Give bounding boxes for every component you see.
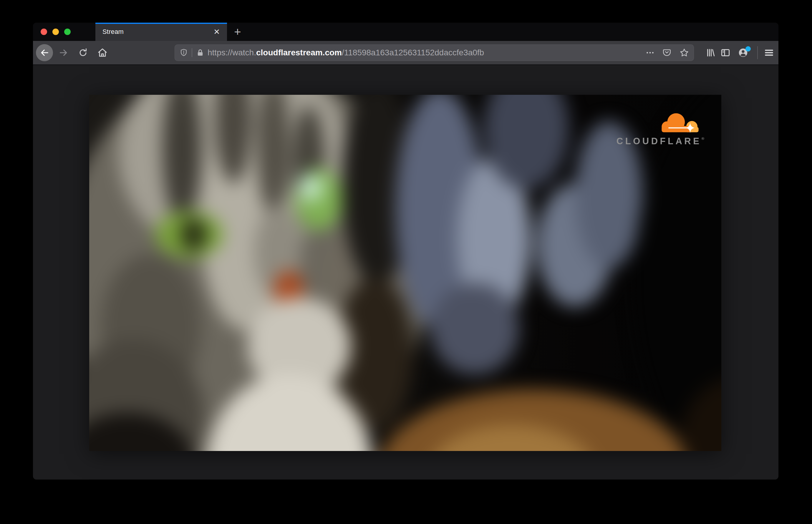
menu-icon	[764, 47, 774, 58]
video-blob	[299, 174, 323, 202]
lock-icon[interactable]	[196, 48, 205, 57]
zoom-window-icon[interactable]	[64, 29, 71, 35]
toolbar-right-icons	[705, 41, 774, 64]
url-prefix: https://watch.	[208, 48, 256, 57]
url-bar-actions	[646, 48, 694, 58]
home-button[interactable]	[94, 45, 111, 61]
tab-title: Stream	[102, 28, 212, 36]
account-button[interactable]	[735, 45, 751, 61]
url-text: https://watch.cloudflarestream.com/11859…	[208, 48, 646, 58]
close-window-icon[interactable]	[40, 29, 47, 35]
toolbar-separator	[757, 46, 758, 59]
url-bar-security	[175, 48, 205, 57]
video-blob	[180, 218, 207, 251]
trademark-symbol: ®	[701, 136, 704, 141]
minimize-window-icon[interactable]	[52, 29, 59, 35]
menu-button[interactable]	[764, 47, 774, 58]
page-content: CLOUDFLARE®	[33, 65, 778, 479]
browser-window: Stream ✕ +	[33, 23, 778, 479]
desktop-background: Stream ✕ +	[0, 0, 812, 524]
home-icon	[97, 47, 108, 58]
bookmark-star-icon[interactable]	[679, 48, 689, 58]
tracking-shield-icon[interactable]	[179, 48, 188, 57]
video-blur-layer	[89, 95, 721, 451]
sidebar-icon	[720, 47, 731, 58]
window-controls	[40, 29, 71, 35]
sidebar-button[interactable]	[720, 47, 731, 58]
url-bar[interactable]: https://watch.cloudflarestream.com/11859…	[175, 45, 694, 61]
reload-icon	[78, 48, 88, 58]
new-tab-button[interactable]: +	[231, 25, 244, 38]
forward-icon	[59, 48, 69, 58]
new-tab-icon: +	[234, 25, 241, 38]
cloudflare-wordmark: CLOUDFLARE®	[617, 136, 704, 146]
back-icon	[39, 48, 49, 58]
video-player[interactable]: CLOUDFLARE®	[89, 95, 721, 451]
tab-stream[interactable]: Stream ✕	[95, 23, 227, 41]
close-tab-icon[interactable]: ✕	[212, 27, 221, 37]
cloudflare-cloud-icon	[658, 112, 704, 134]
page-actions-icon[interactable]	[646, 48, 654, 57]
notification-dot	[745, 46, 751, 51]
tab-bar: Stream ✕ +	[33, 23, 778, 41]
url-path: /118598a163a125631152ddaccfe3a0fb	[342, 48, 484, 57]
forward-button[interactable]	[55, 45, 72, 61]
url-domain: cloudflarestream.com	[256, 48, 342, 57]
back-button[interactable]	[36, 44, 53, 61]
library-button[interactable]	[705, 47, 716, 58]
pocket-icon[interactable]	[662, 48, 671, 58]
url-separator	[192, 48, 192, 57]
reload-button[interactable]	[75, 45, 91, 61]
navigation-toolbar: https://watch.cloudflarestream.com/11859…	[33, 41, 778, 65]
video-watermark: CLOUDFLARE®	[617, 112, 704, 146]
library-icon	[705, 47, 716, 58]
video-blob	[431, 283, 519, 374]
